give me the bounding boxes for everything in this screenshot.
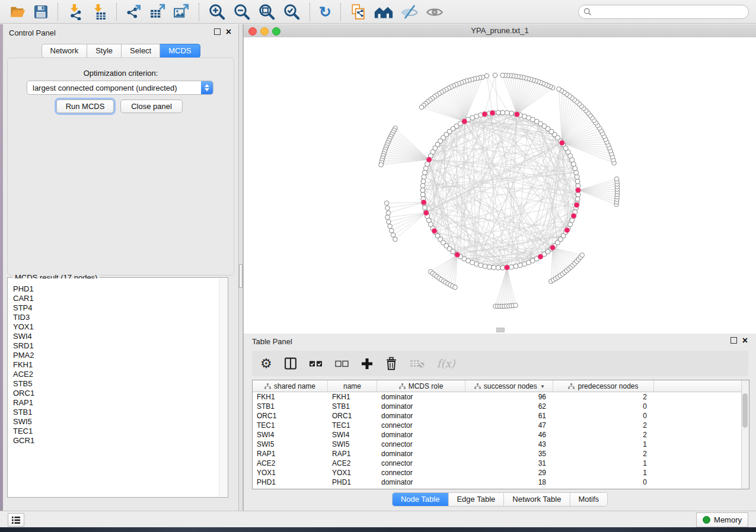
mcds-result-item: PMA2 xyxy=(13,351,219,360)
close-panel-icon[interactable]: × xyxy=(742,337,748,344)
hide-selected-button[interactable] xyxy=(401,3,419,21)
table-cell: dominator xyxy=(377,477,465,487)
table-cell: 1 xyxy=(553,468,654,477)
columns-icon xyxy=(284,357,297,370)
tab-node-table[interactable]: Node Table xyxy=(393,493,449,506)
import-table-button[interactable] xyxy=(91,3,107,21)
table-row[interactable]: ACE2ACE2connector311 xyxy=(253,459,741,468)
table-panel-title: Table Panel xyxy=(252,337,292,346)
close-panel-button[interactable]: Close panel xyxy=(120,100,183,113)
table-row[interactable]: PHD1PHD1dominator180 xyxy=(253,477,741,487)
mcds-result-item: TID3 xyxy=(13,313,219,322)
mcds-result-list[interactable]: PHD1CAR1STP4TID3YOX1SWI4SRD1PMA2FKH1ACE2… xyxy=(8,278,219,496)
table-cell: SWI5 xyxy=(253,440,328,449)
search-input[interactable] xyxy=(592,7,736,17)
table-row[interactable]: STB1STB1dominator620 xyxy=(253,402,741,411)
tree-icon xyxy=(474,383,481,389)
splitter-handle[interactable] xyxy=(239,264,243,288)
memory-button[interactable]: Memory xyxy=(696,512,748,527)
column-header-predecessor-nodes[interactable]: predecessor nodes xyxy=(553,380,654,392)
mcds-result-item: CAR1 xyxy=(13,294,219,303)
table-row[interactable]: ORC1ORC1dominator610 xyxy=(253,411,741,421)
export-image-button[interactable] xyxy=(173,3,190,21)
table-cell: 31 xyxy=(465,459,553,468)
first-neighbors-button[interactable] xyxy=(374,3,394,21)
zoom-selected-button[interactable] xyxy=(283,3,301,21)
table-row[interactable]: SWI4SWI4dominator462 xyxy=(253,430,741,440)
table-cell: STB1 xyxy=(328,402,377,411)
tab-select[interactable]: Select xyxy=(122,44,160,58)
node-table: shared name name MCDS role successor nod… xyxy=(252,380,749,489)
selected-criterion: largest connected component (undirected) xyxy=(27,84,201,92)
clone-network-button[interactable] xyxy=(350,3,366,21)
column-header-mcds-role[interactable]: MCDS role xyxy=(377,380,465,392)
canvas-resize-handle[interactable] xyxy=(496,328,505,332)
select-all-button[interactable] xyxy=(309,360,323,368)
mcds-result-item: SWI4 xyxy=(13,332,219,341)
mcds-result-item: GCR1 xyxy=(13,436,219,446)
table-row[interactable]: TEC1TEC1connector472 xyxy=(253,421,741,430)
import-network-button[interactable] xyxy=(67,3,84,21)
show-columns-button[interactable] xyxy=(284,357,297,370)
close-panel-icon[interactable]: × xyxy=(226,28,231,35)
task-history-button[interactable] xyxy=(8,513,24,527)
table-cell-filler xyxy=(654,411,741,421)
column-header-name[interactable]: name xyxy=(328,380,377,392)
gear-icon: ⚙ xyxy=(260,357,272,371)
table-scrollbar-thumb[interactable] xyxy=(742,393,748,428)
export-image-icon xyxy=(173,4,190,20)
tab-style[interactable]: Style xyxy=(87,44,122,58)
import-network-icon xyxy=(67,4,84,20)
add-column-button[interactable] xyxy=(361,358,373,370)
save-session-button[interactable] xyxy=(33,3,49,21)
optimization-criterion-select[interactable]: largest connected component (undirected) xyxy=(27,81,213,95)
column-header-successor-nodes[interactable]: successor nodes ▾ xyxy=(465,380,553,392)
table-cell: 96 xyxy=(465,392,553,402)
table-row[interactable]: RAP1RAP1dominator352 xyxy=(253,449,741,459)
table-row[interactable]: SWI5SWI5connector431 xyxy=(253,440,741,449)
open-file-button[interactable] xyxy=(9,3,26,21)
mcds-result-item: SRD1 xyxy=(13,341,219,351)
control-panel-tabs: Network Style Select MCDS xyxy=(41,44,200,58)
table-cell: dominator xyxy=(377,402,465,411)
zoom-in-button[interactable] xyxy=(208,3,226,21)
table-scrollbar[interactable] xyxy=(741,380,749,489)
float-panel-icon[interactable] xyxy=(214,28,221,35)
export-table-icon xyxy=(149,4,166,20)
mcds-list-scrollbar[interactable] xyxy=(219,278,227,496)
vertical-splitter[interactable] xyxy=(238,24,243,511)
tab-edge-table[interactable]: Edge Table xyxy=(448,493,504,506)
tab-network-table[interactable]: Network Table xyxy=(504,493,570,506)
refresh-button[interactable]: ↻ xyxy=(319,3,331,21)
status-bar: Memory xyxy=(0,511,756,527)
floppy-disk-icon xyxy=(33,4,49,20)
toolbar-separator xyxy=(199,3,199,21)
table-cell: ACE2 xyxy=(253,459,328,468)
search-field[interactable] xyxy=(578,5,749,19)
show-all-button[interactable] xyxy=(426,3,444,21)
zoom-fit-button[interactable] xyxy=(258,3,276,21)
deselect-all-button[interactable] xyxy=(335,360,349,368)
table-cell-filler xyxy=(654,449,741,459)
table-row[interactable]: YOX1YOX1connector291 xyxy=(253,468,741,477)
tab-motifs[interactable]: Motifs xyxy=(570,493,607,506)
table-row[interactable]: FKH1FKH1dominator962 xyxy=(253,392,741,402)
table-cell: FKH1 xyxy=(253,392,328,402)
control-panel-title: Control Panel xyxy=(9,28,56,37)
table-cell: TEC1 xyxy=(253,421,328,430)
export-table-button[interactable] xyxy=(149,3,166,21)
eye-slash-icon xyxy=(401,4,419,20)
tab-network[interactable]: Network xyxy=(41,44,87,58)
table-cell: 43 xyxy=(465,440,553,449)
delete-column-button[interactable] xyxy=(385,357,398,370)
zoom-out-button[interactable] xyxy=(233,3,251,21)
network-canvas[interactable] xyxy=(244,37,756,334)
run-mcds-button[interactable]: Run MCDS xyxy=(56,100,114,113)
column-settings-button[interactable]: ⚙ xyxy=(260,357,272,371)
tab-mcds[interactable]: MCDS xyxy=(160,44,200,58)
float-panel-icon[interactable] xyxy=(731,337,737,344)
export-network-button[interactable] xyxy=(126,3,142,21)
toolbar-separator xyxy=(310,3,310,21)
houses-icon xyxy=(374,4,394,20)
column-header-shared-name[interactable]: shared name xyxy=(253,380,328,392)
